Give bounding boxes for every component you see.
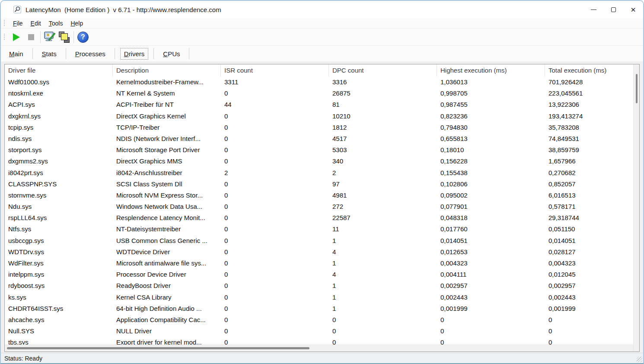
table-row[interactable]: stornvme.sysMicrosoft NVM Express Stor..… bbox=[5, 190, 639, 201]
tab-main[interactable]: Main bbox=[5, 48, 27, 60]
table-row[interactable]: ahcache.sysApplication Compatibility Cac… bbox=[5, 314, 639, 326]
window-controls: ✕ bbox=[583, 1, 643, 18]
maximize-icon bbox=[611, 7, 616, 12]
column-header-driver-file[interactable]: Driver file bbox=[5, 64, 113, 77]
table-row[interactable]: i8042prt.sysi8042-Anschlusstreiber220,15… bbox=[5, 167, 639, 179]
resize-grip-icon[interactable] bbox=[637, 357, 642, 362]
close-icon: ✕ bbox=[631, 6, 636, 13]
cell-description: Processor Device Driver bbox=[113, 269, 221, 280]
cell-highest-execution-ms: 0,987455 bbox=[437, 99, 545, 110]
cell-description: Windows Network Data Usa... bbox=[113, 201, 221, 212]
column-header-isr-count[interactable]: ISR count bbox=[221, 64, 329, 77]
table-row[interactable]: rdyboost.sysReadyBoost Driver010,0029570… bbox=[5, 280, 639, 291]
minimize-button[interactable] bbox=[583, 1, 603, 18]
cell-description: Application Compatibility Cac... bbox=[113, 314, 221, 326]
cell-isr-count: 0 bbox=[221, 212, 329, 224]
table-header: Driver file Description ISR count DPC co… bbox=[5, 64, 639, 77]
cell-highest-execution-ms: 0,18010 bbox=[437, 144, 545, 156]
cell-driver-file: intelppm.sys bbox=[5, 269, 113, 280]
cell-driver-file: ndis.sys bbox=[5, 133, 113, 144]
cell-driver-file: dxgkrnl.sys bbox=[5, 111, 113, 122]
table-row[interactable]: WdFilter.sysMicrosoft antimalware file s… bbox=[5, 258, 639, 269]
maximize-button[interactable] bbox=[603, 1, 623, 18]
report-button[interactable] bbox=[57, 30, 72, 44]
cell-total-execution-ms: 193,413274 bbox=[545, 111, 636, 122]
tab-drivers[interactable]: Drivers bbox=[120, 48, 149, 60]
cell-driver-file: WdFilter.sys bbox=[5, 258, 113, 269]
column-header-description[interactable]: Description bbox=[113, 64, 221, 77]
stop-monitoring-button[interactable] bbox=[24, 30, 38, 44]
cell-description: Resplendence Latency Monit... bbox=[113, 212, 221, 224]
column-header-highest-execution[interactable]: Highest execution (ms) bbox=[437, 64, 545, 77]
column-header-dpc-count[interactable]: DPC count bbox=[329, 64, 437, 77]
tab-separator bbox=[153, 48, 154, 59]
tab-separator bbox=[32, 48, 33, 59]
table-row[interactable]: dxgmms2.sysDirectX Graphics MMS03400,156… bbox=[5, 156, 639, 167]
cell-dpc-count: 11 bbox=[329, 224, 437, 235]
tab-cpus[interactable]: CPUs bbox=[159, 48, 184, 60]
cell-highest-execution-ms: 0,077901 bbox=[437, 201, 545, 212]
cell-isr-count: 0 bbox=[221, 144, 329, 156]
cell-driver-file: Null.SYS bbox=[5, 326, 113, 337]
cell-highest-execution-ms: 0,998705 bbox=[437, 88, 545, 99]
cell-total-execution-ms: 1,657966 bbox=[545, 156, 636, 167]
options-button[interactable] bbox=[42, 30, 57, 44]
status-bar: Status: Ready bbox=[1, 353, 643, 363]
cell-total-execution-ms: 6,016513 bbox=[545, 190, 636, 201]
help-button[interactable]: ? bbox=[76, 30, 90, 44]
cell-driver-file: CLASSPNP.SYS bbox=[5, 179, 113, 190]
cell-total-execution-ms: 0,578171 bbox=[545, 201, 636, 212]
toolbar-gripper[interactable] bbox=[3, 20, 6, 27]
table-row[interactable]: ntoskrnl.exeNT Kernel & System0268750,99… bbox=[5, 88, 639, 99]
table-row[interactable]: WDTDrv.sysWDTDevice Driver040,0126530,02… bbox=[5, 246, 639, 258]
close-button[interactable]: ✕ bbox=[623, 1, 643, 18]
menu-tools[interactable]: Tools bbox=[45, 19, 67, 28]
cell-total-execution-ms: 0,002957 bbox=[545, 280, 636, 291]
cell-isr-count: 44 bbox=[221, 99, 329, 110]
table-row[interactable]: Null.SYSNULL Driver0000 bbox=[5, 326, 639, 337]
tab-stats[interactable]: Stats bbox=[38, 48, 61, 60]
cell-total-execution-ms: 0,012045 bbox=[545, 269, 636, 280]
cell-isr-count: 0 bbox=[221, 122, 329, 133]
tab-processes[interactable]: Processes bbox=[71, 48, 109, 60]
menu-edit[interactable]: Edit bbox=[27, 19, 45, 28]
cell-isr-count: 0 bbox=[221, 303, 329, 314]
table-row[interactable]: usbccgp.sysUSB Common Class Generic ...0… bbox=[5, 235, 639, 246]
cell-dpc-count: 4 bbox=[329, 246, 437, 258]
column-header-total-execution[interactable]: Total execution (ms) bbox=[545, 64, 636, 77]
menu-help[interactable]: Help bbox=[67, 19, 87, 28]
table-row[interactable]: Wdf01000.sysKernelmodustreiber-Framew...… bbox=[5, 77, 639, 88]
table-row[interactable]: intelppm.sysProcessor Device Driver040,0… bbox=[5, 269, 639, 280]
cell-highest-execution-ms: 0 bbox=[437, 314, 545, 326]
table-row[interactable]: CHDRT64ISST.sys64-bit High Definition Au… bbox=[5, 303, 639, 314]
start-monitoring-button[interactable] bbox=[9, 30, 24, 44]
cell-total-execution-ms: 13,922306 bbox=[545, 99, 636, 110]
table-row[interactable]: Ntfs.sysNT-Dateisystemtreiber0110,017760… bbox=[5, 224, 639, 235]
table-row[interactable]: Ndu.sysWindows Network Data Usa...02720,… bbox=[5, 201, 639, 212]
vertical-scrollbar[interactable] bbox=[633, 64, 639, 351]
toolbar-gripper[interactable] bbox=[3, 34, 6, 41]
title-bar: LatencyMon (Home Edition ) v 6.71 - http… bbox=[1, 1, 643, 18]
table-row[interactable]: dxgkrnl.sysDirectX Graphics Kernel010210… bbox=[5, 111, 639, 122]
cell-driver-file: Ntfs.sys bbox=[5, 224, 113, 235]
cell-dpc-count: 340 bbox=[329, 156, 437, 167]
vertical-scrollbar-thumb[interactable] bbox=[636, 74, 638, 103]
horizontal-scrollbar[interactable] bbox=[5, 345, 633, 351]
menu-file[interactable]: File bbox=[9, 19, 27, 28]
cell-total-execution-ms: 701,926428 bbox=[545, 77, 636, 88]
cell-isr-count: 3311 bbox=[221, 77, 329, 88]
cell-dpc-count: 272 bbox=[329, 201, 437, 212]
cell-total-execution-ms: 0 bbox=[545, 314, 636, 326]
cell-description: DirectX Graphics MMS bbox=[113, 156, 221, 167]
table-row[interactable]: rspLLL64.sysResplendence Latency Monit..… bbox=[5, 212, 639, 224]
horizontal-scrollbar-thumb[interactable] bbox=[7, 347, 309, 349]
table-row[interactable]: CLASSPNP.SYSSCSI Class System Dll0970,10… bbox=[5, 179, 639, 190]
table-row[interactable]: ndis.sysNDIS (Network Driver Interf...04… bbox=[5, 133, 639, 144]
table-row[interactable]: ks.sysKernel CSA Library010,0024430,0024… bbox=[5, 292, 639, 303]
table-row[interactable]: storport.sysMicrosoft Storage Port Drive… bbox=[5, 144, 639, 156]
cell-driver-file: i8042prt.sys bbox=[5, 167, 113, 179]
cell-description: TCP/IP-Treiber bbox=[113, 122, 221, 133]
minimize-icon bbox=[591, 10, 596, 10]
table-row[interactable]: ACPI.sysACPI-Treiber für NT44810,9874551… bbox=[5, 99, 639, 110]
table-row[interactable]: tcpip.sysTCP/IP-Treiber018120,79483035,7… bbox=[5, 122, 639, 133]
